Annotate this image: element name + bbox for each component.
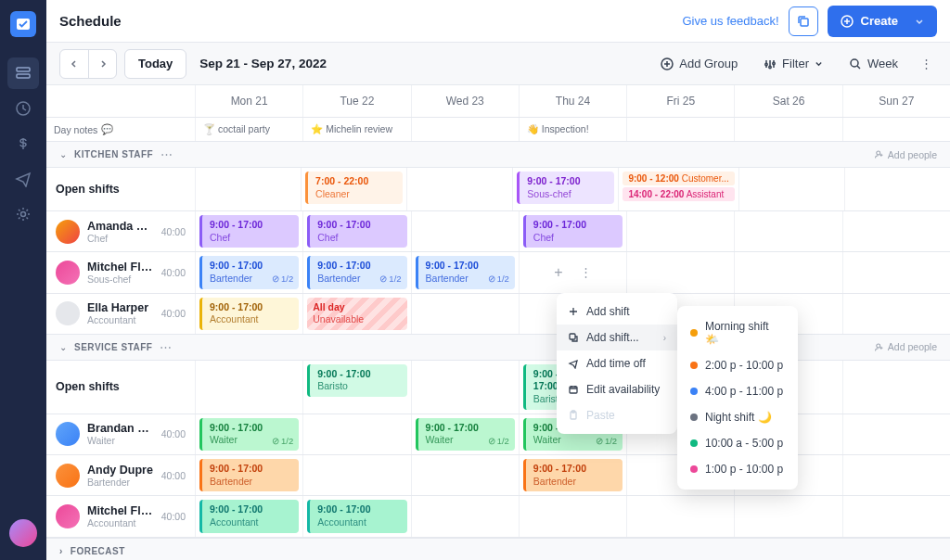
submenu-item[interactable]: Night shift 🌙: [677, 404, 798, 430]
filter-button[interactable]: Filter: [754, 50, 832, 78]
context-menu: Add shift Add shift...› Add time off Edi…: [557, 293, 677, 434]
next-button[interactable]: [88, 50, 116, 78]
shift-card[interactable]: 9:00 - 17:00Bartender: [199, 459, 299, 491]
filter-icon: [764, 57, 777, 70]
shift-card[interactable]: 9:00 - 17:00Waiter⊘1/2: [416, 418, 515, 451]
shift-submenu: Morning shift 🌤️ 2:00 p - 10:00 p 4:00 p…: [677, 306, 798, 490]
more-vertical-icon[interactable]: ⋮: [580, 265, 592, 279]
day-note[interactable]: 🍸 coctail party: [195, 118, 302, 141]
header: Schedule Give us feedback! Create: [46, 0, 950, 43]
shift-card[interactable]: 9:00 - 17:00Bartender⊘1/2: [416, 256, 515, 288]
person-row: Mitchel FlynnSous-chef40:00 9:00 - 17:00…: [46, 252, 950, 293]
menu-add-shift[interactable]: Add shift: [557, 299, 677, 325]
day-note[interactable]: [842, 118, 950, 141]
avatar: [56, 261, 80, 285]
group-header-kitchen[interactable]: ⌄ KITCHEN STAFF ⋯ Add people: [46, 142, 950, 168]
day-note[interactable]: [626, 118, 734, 141]
day-header: Sun 27: [842, 85, 950, 117]
shift-card[interactable]: 9:00 - 12:00 Customer...: [623, 172, 734, 185]
sidebar-item-plane[interactable]: [7, 163, 39, 195]
submenu-item[interactable]: 10:00 a - 5:00 p: [677, 430, 798, 456]
svg-point-9: [769, 66, 771, 68]
svg-rect-15: [570, 387, 577, 393]
chevron-down-icon: ⌄: [59, 149, 67, 159]
day-note[interactable]: [734, 118, 841, 141]
day-header: Thu 24: [519, 85, 626, 117]
user-avatar[interactable]: [9, 519, 37, 547]
add-shift-cell[interactable]: +⋮: [519, 252, 626, 292]
add-group-button[interactable]: Add Group: [651, 50, 747, 78]
submenu-item[interactable]: 2:00 p - 10:00 p: [677, 352, 798, 378]
add-people-button[interactable]: Add people: [874, 149, 937, 160]
svg-point-13: [877, 344, 880, 348]
plus-icon: [568, 306, 579, 317]
sidebar-item-settings[interactable]: [7, 198, 39, 230]
person-row: Amanda JohnsChef40:00 9:00 - 17:00Chef 9…: [46, 211, 950, 252]
shift-card[interactable]: 9:00 - 17:00Bartender⊘1/2: [307, 256, 406, 288]
svg-point-8: [765, 63, 767, 65]
search-icon: [849, 57, 862, 70]
shift-card[interactable]: 9:00 - 17:00Accountant: [199, 298, 299, 330]
person-row: Andy DupreBartender40:00 9:00 - 17:00Bar…: [46, 455, 950, 496]
shift-card[interactable]: 9:00 - 17:00Bartender⊘1/2: [199, 256, 299, 288]
copy-plus-icon: [568, 332, 579, 343]
day-note[interactable]: 👋 Inspection!: [519, 118, 626, 141]
shift-card[interactable]: 9:00 - 17:00Sous-chef: [517, 172, 614, 204]
open-shifts-label: Open shifts: [56, 183, 120, 196]
avatar: [56, 220, 80, 244]
submenu-item[interactable]: 4:00 p - 11:00 p: [677, 378, 798, 404]
color-dot: [690, 362, 698, 369]
shift-card[interactable]: 9:00 - 17:00Bartender: [523, 459, 623, 491]
submenu-item[interactable]: Morning shift 🌤️: [677, 313, 798, 352]
group-header-service[interactable]: ⌄ SERVICE STAFF ⋯ Add people: [46, 335, 950, 361]
toolbar: Today Sep 21 - Sep 27, 2022 Add Group Fi…: [46, 43, 950, 85]
svg-point-10: [773, 62, 775, 64]
svg-rect-14: [570, 334, 575, 339]
color-dot: [690, 414, 698, 421]
day-note[interactable]: [411, 118, 519, 141]
chevron-down-icon: [815, 59, 823, 68]
person-plus-icon: [874, 149, 884, 159]
sidebar-item-schedule[interactable]: [7, 57, 39, 89]
days-header: Mon 21 Tue 22 Wed 23 Thu 24 Fri 25 Sat 2…: [46, 85, 950, 118]
group-more-icon[interactable]: ⋯: [160, 340, 173, 354]
color-dot: [690, 439, 698, 447]
day-header: Wed 23: [411, 85, 519, 117]
shift-card[interactable]: 7:00 - 22:00Cleaner: [305, 172, 403, 204]
shift-card[interactable]: 9:00 - 17:00Chef: [523, 215, 623, 248]
menu-add-time-off[interactable]: Add time off: [557, 350, 677, 376]
more-button[interactable]: ⋮: [915, 57, 937, 70]
date-range: Sep 21 - Sep 27, 2022: [199, 57, 327, 70]
shift-card[interactable]: 9:00 - 17:00Chef: [199, 215, 299, 248]
plus-icon: [841, 15, 854, 28]
prev-button[interactable]: [60, 50, 88, 78]
open-shifts-row: Open shifts 7:00 - 22:00Cleaner 9:00 - 1…: [46, 168, 950, 211]
sidebar-item-money[interactable]: [7, 128, 39, 159]
add-people-button[interactable]: Add people: [874, 341, 937, 352]
feedback-link[interactable]: Give us feedback!: [682, 14, 778, 28]
shift-card[interactable]: 14:00 - 22:00 Assistant: [623, 187, 734, 201]
day-header: Sat 26: [734, 85, 841, 117]
svg-point-12: [877, 151, 880, 155]
sidebar-item-clock[interactable]: [7, 93, 39, 124]
menu-add-shift-submenu[interactable]: Add shift...›: [557, 325, 677, 350]
today-button[interactable]: Today: [124, 49, 186, 79]
chevron-down-icon: ⌄: [59, 342, 67, 352]
menu-edit-availability[interactable]: Edit availability: [557, 376, 677, 402]
copy-button[interactable]: [789, 6, 818, 36]
week-view-button[interactable]: Week: [840, 50, 907, 78]
shift-card[interactable]: 9:00 - 17:00Waiter⊘1/2: [199, 418, 299, 451]
forecast-header[interactable]: › FORECAST: [46, 538, 950, 560]
submenu-item[interactable]: 1:00 p - 10:00 p: [677, 456, 798, 482]
shift-card[interactable]: 9:00 - 17:00Accountant: [199, 500, 299, 532]
shift-card[interactable]: 9:00 - 17:00Chef: [307, 215, 406, 248]
create-button[interactable]: Create: [828, 6, 937, 37]
avatar: [56, 464, 80, 488]
group-more-icon[interactable]: ⋯: [160, 147, 174, 161]
unavailable-card[interactable]: All dayUnavailable: [307, 298, 406, 330]
shift-card[interactable]: 9:00 - 17:00Baristo: [307, 364, 406, 397]
shift-card[interactable]: 9:00 - 17:00Accountant: [307, 500, 406, 532]
person-row: Brandan LoydWaiter40:00 9:00 - 17:00Wait…: [46, 414, 950, 455]
day-note[interactable]: ⭐ Michelin review: [302, 118, 410, 141]
day-header: Fri 25: [626, 85, 734, 117]
